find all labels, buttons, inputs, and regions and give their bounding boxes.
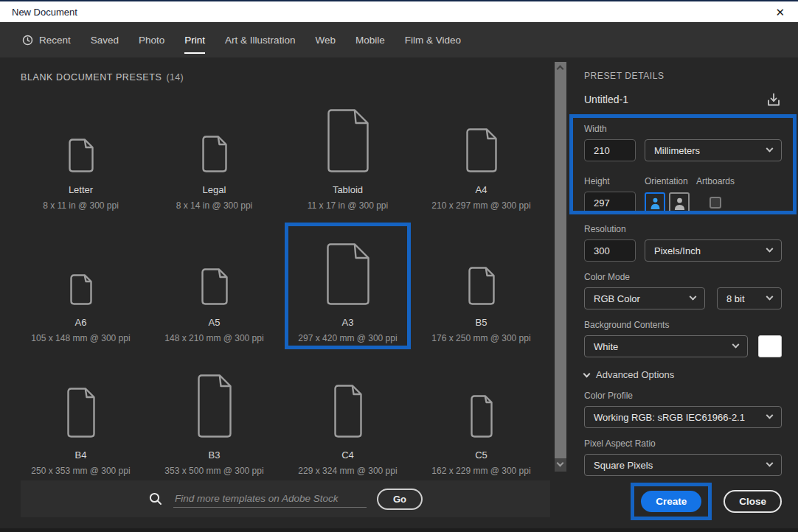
chevron-down-icon bbox=[766, 293, 774, 300]
tab-label: Print bbox=[184, 35, 205, 46]
pixel-aspect-ratio-label: Pixel Aspect Ratio bbox=[584, 438, 782, 449]
highlight-box-create: Create bbox=[631, 483, 712, 520]
preset-dims: 210 x 297 mm @ 300 ppi bbox=[431, 200, 530, 211]
preset-dims: 148 x 210 mm @ 300 ppi bbox=[164, 333, 263, 343]
presets-header-label: BLANK DOCUMENT PRESETS bbox=[21, 72, 162, 83]
bit-depth-value: 8 bit bbox=[726, 293, 745, 304]
chevron-down-icon bbox=[766, 411, 774, 419]
preset-card-a3[interactable]: A3297 x 420 mm @ 300 ppi bbox=[285, 223, 411, 349]
preset-dims: 176 x 250 mm @ 300 ppi bbox=[431, 333, 530, 343]
tab-recent[interactable]: Recent bbox=[22, 22, 71, 57]
go-button[interactable]: Go bbox=[377, 489, 423, 510]
advanced-options-toggle[interactable]: Advanced Options bbox=[584, 369, 782, 380]
tab-saved[interactable]: Saved bbox=[91, 22, 119, 57]
create-button[interactable]: Create bbox=[641, 491, 701, 512]
width-label: Width bbox=[584, 124, 782, 134]
background-contents-dropdown[interactable]: White bbox=[584, 335, 748, 357]
preset-name: Letter bbox=[69, 184, 93, 195]
tab-web[interactable]: Web bbox=[315, 22, 336, 57]
window-close-button[interactable]: ✕ bbox=[771, 5, 789, 19]
window-title: New Document bbox=[12, 7, 77, 18]
preset-card-a5[interactable]: A5148 x 210 mm @ 300 ppi bbox=[151, 223, 277, 349]
dialog-content: BLANK DOCUMENT PRESETS(14) Letter8 x 11 … bbox=[0, 57, 798, 528]
tab-label: Mobile bbox=[355, 35, 385, 46]
close-button[interactable]: Close bbox=[724, 490, 782, 513]
document-page-icon bbox=[327, 223, 369, 317]
document-page-icon bbox=[468, 223, 495, 317]
preset-dims: 297 x 420 mm @ 300 ppi bbox=[298, 333, 397, 343]
document-page-icon bbox=[202, 90, 227, 184]
background-color-swatch[interactable] bbox=[758, 335, 782, 357]
preset-card-letter[interactable]: Letter8 x 11 in @ 300 ppi bbox=[18, 90, 144, 217]
category-tab-bar: RecentSavedPhotoPrintArt & IllustrationW… bbox=[0, 22, 798, 57]
orientation-label: Orientation bbox=[645, 176, 696, 186]
document-name-field[interactable]: Untitled-1 bbox=[584, 94, 628, 105]
tab-label: Film & Video bbox=[405, 35, 461, 46]
search-input[interactable] bbox=[173, 490, 367, 508]
color-profile-dropdown[interactable]: Working RGB: sRGB IEC61966-2.1 bbox=[584, 406, 782, 428]
tab-film-video[interactable]: Film & Video bbox=[405, 22, 461, 57]
tab-label: Art & Illustration bbox=[225, 35, 295, 46]
document-page-icon bbox=[466, 90, 497, 184]
clock-icon bbox=[22, 35, 33, 46]
tab-label: Photo bbox=[139, 35, 164, 46]
tab-photo[interactable]: Photo bbox=[139, 22, 164, 57]
background-contents-value: White bbox=[594, 341, 618, 352]
scrollbar-thumb[interactable] bbox=[555, 62, 566, 458]
tab-label: Recent bbox=[39, 35, 71, 46]
adobe-stock-search-bar: Go bbox=[21, 480, 550, 517]
color-mode-label: Color Mode bbox=[584, 272, 782, 282]
resolution-unit-value: Pixels/Inch bbox=[654, 245, 701, 256]
preset-dims: 250 x 353 mm @ 300 ppi bbox=[31, 466, 130, 476]
width-input[interactable] bbox=[584, 139, 636, 161]
scrollbar-down-icon[interactable] bbox=[557, 460, 564, 467]
color-profile-label: Color Profile bbox=[584, 391, 782, 401]
preset-name: A6 bbox=[75, 317, 87, 328]
preset-card-c5[interactable]: C5162 x 229 mm @ 300 ppi bbox=[418, 355, 544, 482]
units-dropdown[interactable]: Millimeters bbox=[645, 139, 782, 161]
landscape-person-icon bbox=[673, 196, 687, 210]
resolution-unit-dropdown[interactable]: Pixels/Inch bbox=[645, 239, 782, 262]
document-page-icon bbox=[70, 223, 92, 317]
orientation-portrait-button[interactable] bbox=[645, 192, 665, 213]
artboards-checkbox[interactable] bbox=[709, 197, 721, 209]
document-page-icon bbox=[69, 90, 94, 184]
preset-card-b3[interactable]: B3353 x 500 mm @ 300 ppi bbox=[151, 355, 277, 482]
preset-card-a6[interactable]: A6105 x 148 mm @ 300 ppi bbox=[18, 223, 144, 349]
document-page-icon bbox=[198, 355, 232, 449]
save-preset-icon[interactable] bbox=[766, 91, 782, 108]
tab-mobile[interactable]: Mobile bbox=[355, 22, 385, 57]
background-contents-label: Background Contents bbox=[584, 320, 782, 330]
orientation-landscape-button[interactable] bbox=[669, 192, 690, 213]
preset-card-c4[interactable]: C4229 x 324 mm @ 300 ppi bbox=[285, 355, 411, 482]
preset-name: Legal bbox=[203, 184, 226, 195]
preset-card-a4[interactable]: A4210 x 297 mm @ 300 ppi bbox=[418, 90, 544, 217]
height-label: Height bbox=[584, 176, 645, 186]
height-input[interactable] bbox=[584, 192, 636, 214]
tab-print[interactable]: Print bbox=[184, 22, 205, 57]
tab-label: Saved bbox=[91, 35, 119, 46]
new-document-dialog: New Document ✕ RecentSavedPhotoPrintArt … bbox=[0, 0, 798, 532]
resolution-input[interactable] bbox=[584, 239, 636, 262]
preset-card-b5[interactable]: B5176 x 250 mm @ 300 ppi bbox=[418, 223, 544, 349]
bit-depth-dropdown[interactable]: 8 bit bbox=[717, 287, 782, 309]
clock-icon bbox=[22, 35, 33, 46]
preset-details-panel: PRESET DETAILS Untitled-1 Width Millimet… bbox=[568, 57, 798, 528]
resolution-label: Resolution bbox=[584, 224, 782, 234]
preset-name: A4 bbox=[476, 184, 488, 195]
preset-name: B3 bbox=[209, 449, 221, 461]
chevron-down-icon bbox=[766, 144, 774, 152]
artboards-label: Artboards bbox=[696, 176, 735, 186]
preset-card-b4[interactable]: B4250 x 353 mm @ 300 ppi bbox=[18, 355, 144, 482]
preset-card-legal[interactable]: Legal8 x 14 in @ 300 ppi bbox=[151, 90, 277, 217]
portrait-person-icon bbox=[649, 197, 662, 209]
color-mode-dropdown[interactable]: RGB Color bbox=[584, 287, 705, 309]
preset-card-tabloid[interactable]: Tabloid11 x 17 in @ 300 ppi bbox=[285, 90, 411, 217]
preset-dims: 8 x 11 in @ 300 ppi bbox=[43, 200, 119, 211]
preset-name: Tabloid bbox=[333, 184, 363, 195]
tab-art-illustration[interactable]: Art & Illustration bbox=[225, 22, 295, 57]
panel-header: PRESET DETAILS bbox=[584, 71, 782, 81]
preset-dims: 162 x 229 mm @ 300 ppi bbox=[431, 466, 530, 476]
scrollbar[interactable] bbox=[555, 62, 566, 472]
pixel-aspect-ratio-dropdown[interactable]: Square Pixels bbox=[584, 454, 782, 476]
